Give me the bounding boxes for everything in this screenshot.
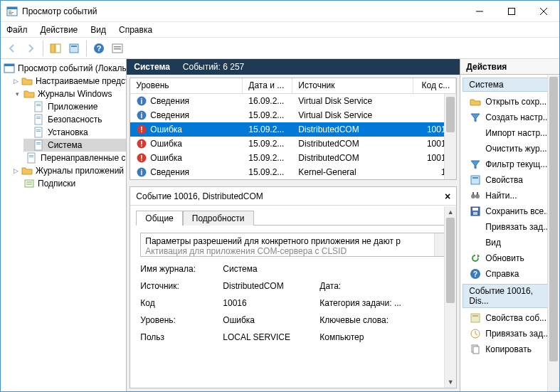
expand-icon[interactable]: ▷ <box>14 78 19 85</box>
action-open-saved[interactable]: Открыть сохр... <box>463 94 557 110</box>
log-icon <box>33 139 45 151</box>
title-bar: Просмотр событий <box>1 1 559 22</box>
table-row[interactable]: !Ошибка15.09.2...DistributedCOM10016 <box>130 122 456 137</box>
tree-application[interactable]: Приложение <box>23 100 126 113</box>
error-icon: ! <box>136 124 147 135</box>
menu-action[interactable]: Действие <box>39 23 80 36</box>
table-row[interactable]: iСведения16.09.2...Virtual Disk Service4 <box>130 94 456 108</box>
action-copy[interactable]: Копировать▶ <box>463 341 557 357</box>
tree-subscriptions[interactable]: Подписки <box>14 177 126 190</box>
description-box[interactable]: Параметры разрешений для конкретного при… <box>140 233 446 257</box>
action-refresh[interactable]: Обновить <box>463 250 557 266</box>
tree-custom-views[interactable]: ▷ Настраиваемые представл <box>14 75 126 88</box>
detail-title: Событие 10016, DistributedCOM <box>136 191 263 201</box>
event-list[interactable]: Уровень Дата и ... Источник Код с... iСв… <box>130 78 457 180</box>
svg-rect-33 <box>29 155 33 156</box>
expand-icon[interactable]: ▷ <box>14 167 19 174</box>
svg-text:!: ! <box>141 126 143 134</box>
tree-root[interactable]: Просмотр событий (Локальны <box>4 62 126 75</box>
action-group-system[interactable]: Система ▲ <box>463 78 557 92</box>
show-hide-tree-button[interactable] <box>47 40 64 57</box>
actions-scrollbar[interactable] <box>547 75 559 391</box>
svg-rect-29 <box>35 140 42 150</box>
svg-rect-27 <box>36 129 41 130</box>
value-user: LOCAL SERVICE <box>223 332 315 342</box>
properties-toolbar-button[interactable] <box>65 40 83 57</box>
table-row[interactable]: iСведения15.09.2...Virtual Disk Service3 <box>130 108 456 122</box>
cell-date: 15.09.2... <box>243 110 292 120</box>
nav-tree[interactable]: Просмотр событий (Локальны ▷ Настраиваем… <box>1 59 127 391</box>
table-row[interactable]: !Ошибка15.09.2...DistributedCOM10016 <box>130 151 456 165</box>
menu-view[interactable]: Вид <box>89 23 107 36</box>
folder-icon <box>21 75 33 87</box>
menu-file[interactable]: Файл <box>5 23 29 36</box>
action-save-all[interactable]: Сохранить все... <box>463 203 557 219</box>
cell-level: Ошибка <box>150 125 182 134</box>
svg-rect-20 <box>35 102 42 112</box>
eventviewer-icon <box>4 63 15 74</box>
svg-rect-23 <box>35 115 42 125</box>
forward-button[interactable] <box>22 40 39 57</box>
cell-level: Сведения <box>150 110 189 120</box>
tree-app-services[interactable]: ▷ Журналы приложений и сл <box>14 164 126 177</box>
action-help[interactable]: ?Справка▶ <box>463 266 557 282</box>
tree-windows-logs[interactable]: ▾ Журналы Windows <box>14 88 126 100</box>
svg-rect-48 <box>471 176 480 184</box>
table-row[interactable]: !Ошибка15.09.2...DistributedCOM10016 <box>130 137 456 151</box>
detail-scrollbar[interactable]: ▲ ▼ <box>444 206 456 388</box>
minimize-button[interactable] <box>463 1 495 22</box>
tree-security[interactable]: Безопасность <box>23 113 126 126</box>
cell-source: Kernel-General <box>292 167 413 177</box>
help-toolbar-button[interactable]: ? <box>90 40 107 57</box>
error-icon: ! <box>136 152 147 164</box>
tab-details[interactable]: Подробности <box>183 211 254 226</box>
tree-setup[interactable]: Установка <box>23 126 126 139</box>
cell-source: Virtual Disk Service <box>292 96 413 106</box>
tree-label: Подписки <box>38 179 75 189</box>
options-toolbar-button[interactable] <box>109 40 126 57</box>
col-level[interactable]: Уровень <box>130 78 243 93</box>
back-button[interactable] <box>4 40 21 57</box>
tree-system[interactable]: Система <box>23 139 126 152</box>
svg-rect-63 <box>473 346 479 354</box>
svg-rect-55 <box>472 208 478 211</box>
table-row[interactable]: iСведения15.09.2...Kernel-General16 <box>130 165 456 179</box>
maximize-button[interactable] <box>495 1 527 22</box>
svg-text:?: ? <box>97 44 102 53</box>
menu-help[interactable]: Справка <box>117 23 154 36</box>
tree-root-label: Просмотр событий (Локальны <box>18 63 127 73</box>
action-clear-log[interactable]: Очистить жур... <box>463 141 557 157</box>
list-header[interactable]: Уровень Дата и ... Источник Код с... <box>130 78 456 94</box>
svg-rect-53 <box>477 192 478 195</box>
svg-rect-35 <box>25 180 33 187</box>
col-code[interactable]: Код с... <box>413 78 456 93</box>
action-properties[interactable]: Свойства <box>463 172 557 188</box>
action-event-attach[interactable]: Привязать зад... <box>463 326 557 341</box>
cell-source: DistributedCOM <box>292 139 413 149</box>
col-source[interactable]: Источник <box>292 78 413 93</box>
collapse-icon[interactable]: ▾ <box>14 90 21 97</box>
list-scrollbar[interactable] <box>444 94 456 179</box>
task-icon <box>470 328 481 339</box>
action-filter-current[interactable]: Фильтр текущ... <box>463 157 557 172</box>
action-find[interactable]: Найти... <box>463 188 557 203</box>
action-create-custom[interactable]: Создать настр... <box>463 110 557 125</box>
folder-open-icon <box>23 88 35 100</box>
log-icon <box>33 127 45 138</box>
tree-label: Приложение <box>48 102 97 112</box>
tree-label: Журналы приложений и сл <box>36 166 127 176</box>
log-icon <box>33 101 45 112</box>
action-group-event[interactable]: Событие 10016, Dis... ▲ <box>463 284 557 308</box>
label-log: Имя журнала: <box>140 264 218 274</box>
svg-text:?: ? <box>473 270 477 278</box>
action-event-properties[interactable]: Свойства соб... <box>463 310 557 326</box>
detail-close-button[interactable]: × <box>445 191 450 202</box>
copy-icon <box>470 344 481 355</box>
action-attach-task[interactable]: Привязать зад... <box>463 219 557 235</box>
tab-general[interactable]: Общие <box>136 211 182 226</box>
action-import-custom[interactable]: Импорт настр... <box>463 125 557 141</box>
action-view[interactable]: Вид▶ <box>463 235 557 250</box>
col-date[interactable]: Дата и ... <box>243 78 292 93</box>
tree-forwarded[interactable]: Перенаправленные соб <box>23 152 126 164</box>
close-button[interactable] <box>527 1 559 22</box>
